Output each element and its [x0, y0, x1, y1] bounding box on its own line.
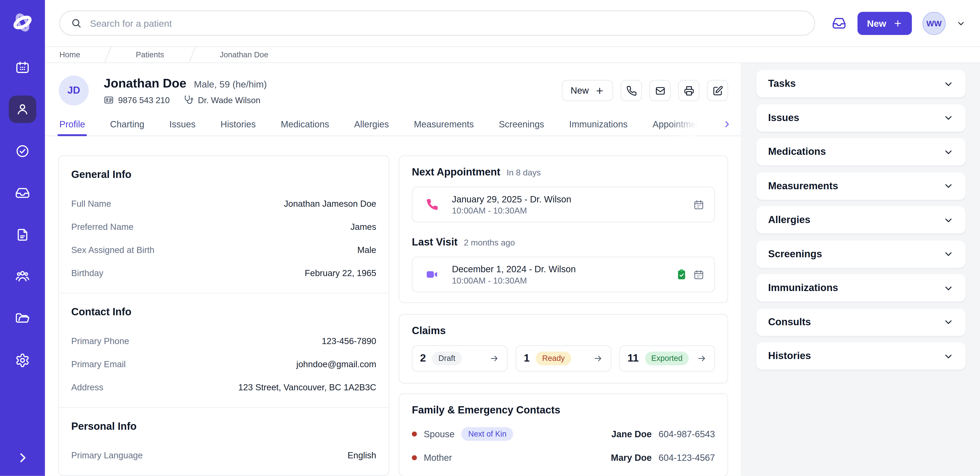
accordion-allergies[interactable]: Allergies — [756, 206, 966, 233]
edit-patient-button[interactable] — [707, 80, 728, 101]
tab-charting[interactable]: Charting — [110, 113, 144, 136]
patient-new-label: New — [571, 86, 589, 95]
print-button[interactable] — [678, 80, 699, 101]
accordion-immunizations[interactable]: Immunizations — [756, 274, 966, 301]
patient-panel: JD Jonathan Doe Male, 59 (he/him) — [45, 63, 740, 476]
phone-icon — [626, 85, 636, 96]
patient-practitioner-group: Dr. Wade Wilson — [183, 95, 261, 105]
users-icon — [15, 269, 30, 284]
sidebar-expand-button[interactable] — [16, 451, 30, 465]
info-value: James — [350, 221, 376, 232]
tabs-scroll-right-button[interactable] — [722, 119, 732, 129]
patient-demographics: Male, 59 (he/him) — [194, 79, 267, 89]
contact-row-mother[interactable]: Mother Mary Doe 604-123-4567 — [412, 446, 715, 470]
summary-panel: Tasks Issues Medications — [741, 63, 980, 476]
contact-phone: 604-123-4567 — [659, 453, 715, 463]
next-appointment-entry[interactable]: January 29, 2025 - Dr. Wilson 10:00AM - … — [412, 187, 715, 222]
tab-issues[interactable]: Issues — [169, 113, 195, 136]
contact-bullet-icon — [412, 432, 417, 436]
clipboard-check-icon[interactable] — [676, 268, 687, 280]
sidebar-item-inbox[interactable] — [9, 179, 36, 207]
contact-relation: Mother — [424, 453, 452, 463]
accordion-consults[interactable]: Consults — [756, 308, 966, 336]
user-avatar-initials: WW — [926, 18, 942, 28]
contact-row-spouse[interactable]: Spouse Next of Kin Jane Doe 604-987-6543 — [412, 422, 715, 446]
profile-right-column: Next Appointment In 8 days — [399, 155, 728, 476]
info-label: Primary Language — [71, 450, 143, 460]
appointment-title: January 29, 2025 - Dr. Wilson — [452, 194, 571, 204]
tab-appointments[interactable]: Appointments — [653, 113, 697, 136]
claims-draft-count: 2 — [420, 352, 426, 365]
accordion-medications[interactable]: Medications — [756, 138, 966, 165]
info-label: Address — [71, 382, 103, 392]
tab-allergies[interactable]: Allergies — [354, 113, 389, 136]
sidebar-item-files[interactable] — [9, 305, 36, 332]
edit-icon — [712, 85, 723, 96]
sidebar-item-groups[interactable] — [9, 263, 36, 290]
sidebar-item-schedule[interactable] — [9, 54, 36, 81]
info-row: Full Name Jonathan Jameson Doe — [71, 192, 376, 215]
user-avatar[interactable]: WW — [923, 11, 946, 35]
tab-profile[interactable]: Profile — [59, 113, 85, 136]
search-input[interactable] — [89, 17, 804, 29]
accordion-measurements[interactable]: Measurements — [756, 172, 966, 200]
breadcrumb-patients[interactable]: Patients — [136, 50, 164, 59]
accordion-label: Allergies — [768, 214, 810, 225]
patient-search[interactable] — [59, 11, 815, 36]
calendar-icon[interactable] — [693, 269, 705, 280]
sidebar-item-documents[interactable] — [9, 221, 36, 248]
last-visit-title: Last Visit — [412, 236, 458, 248]
last-visit-when: 2 months ago — [464, 238, 515, 247]
section-title: Personal Info — [71, 420, 376, 432]
check-circle-icon — [15, 144, 30, 159]
tab-histories[interactable]: Histories — [221, 113, 256, 136]
tab-screenings[interactable]: Screenings — [499, 113, 544, 136]
visit-title: December 1, 2024 - Dr. Wilson — [452, 264, 576, 274]
inbox-icon[interactable] — [831, 16, 847, 31]
patient-phn: 9876 543 210 — [118, 95, 170, 105]
accordion-issues[interactable]: Issues — [756, 104, 966, 132]
call-patient-button[interactable] — [620, 80, 642, 101]
info-label: Sex Assigned at Birth — [71, 244, 154, 255]
accordion-screenings[interactable]: Screenings — [756, 240, 966, 268]
breadcrumb-home[interactable]: Home — [59, 50, 80, 59]
chevron-down-icon[interactable] — [956, 18, 966, 28]
tab-measurements[interactable]: Measurements — [414, 113, 474, 136]
info-value: 123 Street, Vancouver, BC 1A2B3C — [238, 382, 376, 392]
accordion-label: Measurements — [768, 180, 838, 192]
new-button[interactable]: New — [858, 11, 912, 35]
accordion-label: Screenings — [768, 248, 822, 260]
patient-name: Jonathan Doe — [104, 76, 186, 90]
search-icon — [70, 17, 82, 29]
profile-body: General Info Full Name Jonathan Jameson … — [45, 136, 740, 476]
claims-ready-card[interactable]: 1 Ready — [515, 346, 611, 372]
info-value: Jonathan Jameson Doe — [284, 198, 376, 208]
calendar-icon[interactable] — [693, 199, 705, 210]
info-row: Primary Language English — [71, 443, 376, 466]
phone-call-icon — [426, 198, 439, 211]
visit-time: 10:00AM - 10:30AM — [452, 276, 576, 285]
email-patient-button[interactable] — [649, 80, 671, 101]
sidebar-item-settings[interactable] — [9, 347, 36, 374]
claims-exported-card[interactable]: 11 Exported — [619, 346, 715, 372]
tab-immunizations[interactable]: Immunizations — [569, 113, 628, 136]
info-row: Birthday February 22, 1965 — [71, 261, 376, 284]
accordion-histories[interactable]: Histories — [756, 342, 966, 370]
claims-draft-card[interactable]: 2 Draft — [412, 346, 508, 372]
patient-new-button[interactable]: New — [562, 80, 613, 101]
last-visit-entry[interactable]: December 1, 2024 - Dr. Wilson 10:00AM - … — [412, 257, 715, 292]
tab-medications[interactable]: Medications — [281, 113, 329, 136]
sidebar-item-patients[interactable] — [9, 96, 36, 123]
sidebar-item-tasks[interactable] — [9, 137, 36, 165]
claims-card: Claims 2 Draft — [399, 314, 728, 384]
patient-avatar: JD — [59, 76, 89, 105]
calendar-icon — [15, 60, 30, 75]
arrow-right-icon — [593, 353, 603, 363]
topbar-actions: New WW — [815, 11, 966, 35]
plus-icon — [893, 18, 902, 28]
brand-logo-icon — [10, 10, 35, 35]
contact-info-section: Contact Info Primary Phone 123-456-7890 … — [59, 293, 389, 407]
accordion-tasks[interactable]: Tasks — [756, 70, 966, 97]
appointment-time: 10:00AM - 10:30AM — [452, 206, 571, 215]
breadcrumb: Home Patients Jonathan Doe — [45, 47, 980, 63]
